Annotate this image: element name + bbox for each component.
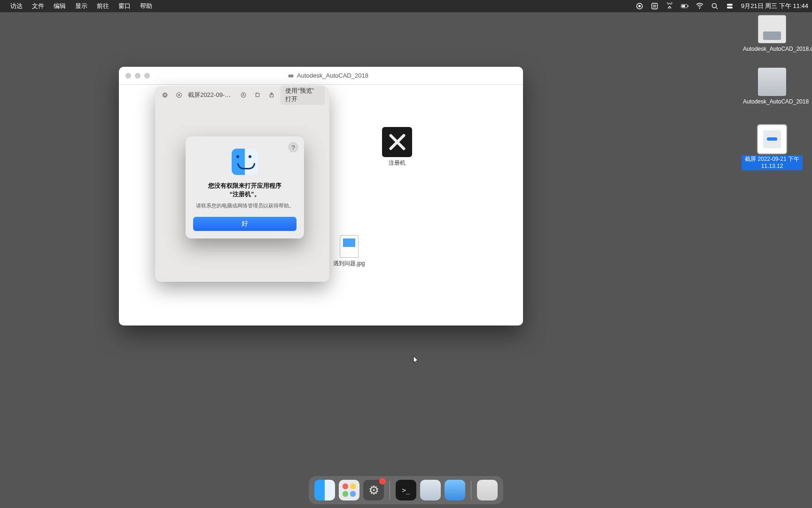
status-input-icon[interactable]: 拼 <box>651 2 658 10</box>
finder-item-jpg[interactable]: 遇到问题.jpg <box>333 235 365 268</box>
alert-message: 您没有权限来打开应用程序 “注册机”。 <box>193 182 297 198</box>
status-airplay-icon[interactable] <box>666 2 673 10</box>
menu-clock[interactable]: 9月21日 周三 下午 11:44 <box>741 2 808 10</box>
drive-icon <box>758 68 786 96</box>
markup-icon[interactable] <box>238 89 249 101</box>
status-battery-icon[interactable] <box>681 2 688 10</box>
open-with-button[interactable]: 使用“预览”打开 <box>281 85 325 105</box>
svg-rect-10 <box>727 4 733 6</box>
menu-help[interactable]: 帮助 <box>140 2 152 10</box>
screenshot-thumb-icon <box>758 125 786 153</box>
ok-button[interactable]: 好 <box>193 217 297 231</box>
svg-text:拼: 拼 <box>653 4 656 8</box>
desktop-dmg-file[interactable]: Autodesk_AutoCAD_2018.dmg <box>742 15 803 53</box>
share-icon[interactable] <box>266 89 277 101</box>
desktop-drive-label: Autodesk_AutoCAD_2018 <box>742 98 810 106</box>
menu-file[interactable]: 文件 <box>32 2 44 10</box>
menu-edit[interactable]: 编辑 <box>54 2 66 10</box>
status-controlcenter-icon[interactable] <box>726 2 734 10</box>
menu-window[interactable]: 窗口 <box>118 2 131 10</box>
dock-app-2[interactable] <box>445 480 465 500</box>
finder-title: Autodesk_AutoCAD_2018 <box>156 72 500 79</box>
dock-settings[interactable] <box>363 480 384 500</box>
expand-icon[interactable] <box>174 89 184 101</box>
svg-point-8 <box>712 4 716 8</box>
dmg-icon <box>758 15 786 43</box>
minimize-button[interactable] <box>135 73 141 79</box>
app-icon <box>382 127 412 157</box>
zoom-button[interactable] <box>144 73 150 79</box>
quicklook-window[interactable]: 截屏2022-09-… 使用“预览”打开 ? 您没有权限来打开应用程序 “注册机… <box>155 87 329 282</box>
finder-toolbar: Autodesk_AutoCAD_2018 <box>119 67 523 85</box>
finder-item-jpg-label: 遇到问题.jpg <box>333 260 365 267</box>
menu-view[interactable]: 显示 <box>75 2 87 10</box>
menu-bar: 访达 文件 编辑 显示 前往 窗口 帮助 拼 9月21日 周三 下午 11:44 <box>0 0 812 12</box>
quicklook-title: 截屏2022-09-… <box>188 91 231 99</box>
close-button[interactable] <box>125 73 131 79</box>
menu-go[interactable]: 前往 <box>97 2 109 10</box>
dock-launchpad[interactable] <box>339 480 359 500</box>
dock-finder[interactable] <box>314 480 335 500</box>
svg-rect-16 <box>256 94 259 97</box>
status-wifi-icon[interactable] <box>696 2 703 10</box>
svg-point-1 <box>638 5 640 8</box>
help-button[interactable]: ? <box>288 142 298 152</box>
svg-rect-6 <box>682 5 685 7</box>
status-spotlight-icon[interactable] <box>711 2 718 10</box>
svg-rect-5 <box>687 6 688 7</box>
desktop-drive[interactable]: Autodesk_AutoCAD_2018 <box>742 68 803 106</box>
dock-separator <box>390 481 390 500</box>
menu-app[interactable]: 访达 <box>10 2 23 10</box>
status-record-icon[interactable] <box>636 2 643 10</box>
quicklook-body: ? 您没有权限来打开应用程序 “注册机”。 请联系您的电脑或网络管理员以获得帮助… <box>155 103 329 282</box>
drive-icon <box>288 72 294 79</box>
finder-item-app-label: 注册机 <box>389 159 406 166</box>
desktop-screenshot-label: 截屏 2022-09-21 下午 11.13.12 <box>742 155 803 170</box>
dock-terminal[interactable] <box>396 480 416 500</box>
permission-alert: ? 您没有权限来打开应用程序 “注册机”。 请联系您的电脑或网络管理员以获得帮助… <box>186 136 304 238</box>
finder-icon <box>232 149 258 175</box>
svg-rect-11 <box>727 7 733 8</box>
cursor-icon <box>413 356 420 365</box>
close-icon[interactable] <box>160 89 170 101</box>
dock-separator <box>471 481 471 500</box>
dock-app-1[interactable] <box>420 480 441 500</box>
dock-trash[interactable] <box>477 480 498 500</box>
alert-detail: 请联系您的电脑或网络管理员以获得帮助。 <box>193 202 297 209</box>
svg-rect-12 <box>289 74 294 77</box>
desktop[interactable]: Autodesk_AutoCAD_2018.dmg Autodesk_AutoC… <box>0 12 812 508</box>
quicklook-toolbar: 截屏2022-09-… 使用“预览”打开 <box>155 87 329 103</box>
svg-point-7 <box>699 8 700 8</box>
finder-item-app[interactable]: 注册机 <box>382 127 412 167</box>
desktop-screenshot[interactable]: 截屏 2022-09-21 下午 11.13.12 <box>742 125 803 170</box>
dock <box>309 476 503 504</box>
rotate-icon[interactable] <box>252 89 263 101</box>
svg-line-9 <box>716 8 718 9</box>
desktop-dmg-label: Autodesk_AutoCAD_2018.dmg <box>742 45 812 53</box>
jpg-icon <box>340 235 359 258</box>
